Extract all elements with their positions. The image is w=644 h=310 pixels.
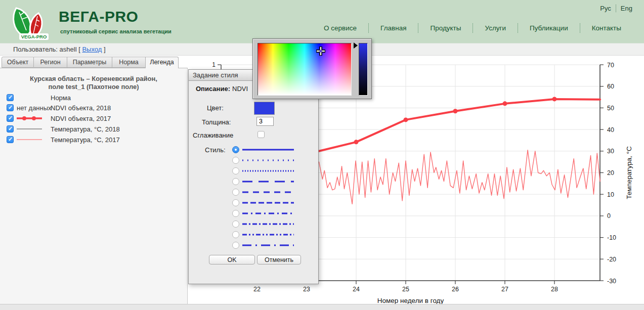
smoothing-label: Сглаживание — [193, 131, 233, 139]
ndvi-2017-line-sample — [16, 115, 42, 121]
legend-checkbox-ndvi-2018[interactable] — [7, 104, 14, 111]
description-label: Описание: — [196, 85, 230, 93]
color-label: Цвет: — [207, 104, 224, 112]
nav-item-publications[interactable]: Публикации — [518, 23, 580, 33]
legend-checkbox-temp-2017[interactable] — [7, 136, 14, 143]
footer-bar — [0, 304, 644, 310]
style-radio-dashdotdot[interactable] — [232, 231, 239, 238]
header: VEGA-PRO ВЕГА-PRO спутниковый сервис ана… — [0, 0, 644, 43]
user-label: Пользователь: — [13, 46, 58, 53]
lang-eng[interactable]: Eng — [617, 5, 636, 12]
svg-text:1: 1 — [212, 61, 216, 68]
style-sample-dash — [241, 190, 295, 195]
style-sample-longdashdot — [241, 243, 295, 248]
legend-item-temp-2017: Температура, °C, 2017 — [0, 136, 187, 144]
logo-text: VEGA-PRO — [21, 34, 47, 39]
color-crosshair-icon[interactable] — [315, 46, 326, 57]
legend-item-norma: Норма — [0, 94, 187, 102]
svg-text:22: 22 — [253, 286, 261, 293]
svg-text:24: 24 — [353, 286, 360, 293]
legend-item-ndvi-2018: нет данных NDVI объекта, 2018 — [0, 104, 187, 112]
ok-button[interactable]: OK — [209, 255, 255, 264]
style-radio-dot-dense[interactable] — [232, 167, 239, 174]
vega-pro-logo: VEGA-PRO — [5, 2, 54, 42]
tab-object[interactable]: Объект — [2, 57, 34, 68]
cancel-button[interactable]: Отменить — [257, 255, 301, 264]
svg-text:60: 60 — [607, 83, 614, 90]
brightness-slider[interactable] — [359, 43, 368, 96]
svg-text:0: 0 — [607, 212, 611, 219]
svg-text:70: 70 — [607, 62, 614, 69]
tab-region[interactable]: Регион — [34, 57, 67, 68]
style-sample-dash-dense — [241, 200, 295, 205]
svg-text:-20: -20 — [607, 256, 616, 263]
temp-2017-line-sample — [16, 137, 42, 143]
main-nav: О сервисе Главная Продукты Услуги Публик… — [312, 23, 633, 33]
temp-2018-line-sample — [16, 126, 42, 132]
legend-item-ndvi-2017: NDVI объекта, 2017 — [0, 114, 187, 122]
svg-text:26: 26 — [452, 286, 459, 293]
style-radio-solid[interactable] — [232, 146, 239, 153]
style-sample-longdash — [241, 179, 295, 184]
svg-text:20: 20 — [607, 169, 614, 176]
legend-checkbox-norma[interactable] — [7, 94, 14, 101]
svg-text:Температура, °C: Температура, °C — [625, 146, 633, 199]
nav-item-products[interactable]: Продукты — [418, 23, 473, 33]
svg-text:40: 40 — [607, 126, 614, 134]
style-sample-dashdot-dense — [241, 222, 295, 227]
legend-checkbox-temp-2018[interactable] — [7, 125, 14, 132]
page-subtitle: спутниковый сервис анализа вегетации — [60, 28, 171, 34]
thickness-input[interactable] — [256, 117, 274, 126]
logout-link[interactable]: Выход — [82, 46, 102, 53]
description-value: NDVI — [232, 85, 248, 93]
hue-saturation-field[interactable] — [257, 43, 352, 96]
lang-switch: РусEng — [596, 5, 636, 12]
style-sample-dot-sparse — [241, 158, 295, 163]
vega-pro-app: 122232425262728706050403020100-10-20-30Н… — [0, 0, 644, 310]
legend-checkbox-ndvi-2017[interactable] — [7, 115, 14, 122]
svg-text:Номер недели в году: Номер недели в году — [377, 297, 444, 304]
nav-item-home[interactable]: Главная — [368, 23, 418, 33]
nav-item-services[interactable]: Услуги — [473, 23, 518, 33]
slider-arrow-icon[interactable] — [354, 42, 358, 49]
svg-text:28: 28 — [551, 286, 558, 293]
nav-item-contacts[interactable]: Контакты — [580, 23, 633, 33]
username: ashell — [60, 46, 77, 53]
tab-legend[interactable]: Легенда — [146, 57, 179, 68]
legend-item-temp-2018: Температура, °C, 2018 — [0, 125, 187, 133]
style-radio-dash[interactable] — [232, 189, 239, 196]
color-swatch[interactable] — [254, 102, 275, 115]
style-dialog: Задание стиля Описание: NDVI Цвет: Толщи… — [188, 69, 319, 284]
color-picker-popup — [252, 38, 372, 99]
legend-title-line1: Курская область – Кореневский район, — [0, 75, 187, 82]
style-radio-dashdot-dense[interactable] — [232, 220, 239, 228]
leaf-green-icon — [14, 8, 31, 36]
style-radio-dashdot[interactable] — [232, 210, 239, 217]
style-radio-longdashdot[interactable] — [232, 242, 239, 249]
svg-text:27: 27 — [501, 286, 508, 293]
svg-text:25: 25 — [402, 286, 409, 293]
style-radio-longdash[interactable] — [232, 178, 239, 185]
style-sample-dashdot — [241, 211, 295, 216]
svg-text:-10: -10 — [607, 234, 616, 241]
style-radio-dot-sparse[interactable] — [232, 157, 239, 164]
legend-panel: Курская область – Кореневский район, пол… — [0, 68, 188, 304]
tab-parameters[interactable]: Параметры — [67, 57, 112, 68]
page-title: ВЕГА-PRO — [59, 8, 138, 25]
tab-bar: Объект Регион Параметры Норма Легенда — [2, 57, 179, 68]
svg-text:-30: -30 — [607, 278, 616, 285]
svg-text:10: 10 — [607, 191, 614, 198]
legend-title-line2: поле test_1 (Пахотное поле) — [0, 83, 187, 91]
svg-text:50: 50 — [607, 105, 614, 112]
style-radio-dash-dense[interactable] — [232, 199, 239, 206]
style-sample-dot-dense — [241, 168, 295, 173]
svg-text:23: 23 — [303, 286, 310, 293]
svg-text:30: 30 — [607, 148, 614, 155]
nav-item-about[interactable]: О сервисе — [312, 23, 368, 33]
style-sample-solid — [241, 147, 295, 152]
style-sample-dashdotdot — [241, 232, 295, 237]
tab-norm[interactable]: Норма — [112, 57, 146, 68]
lang-rus[interactable]: Рус — [596, 5, 615, 12]
smoothing-checkbox[interactable] — [257, 131, 265, 138]
no-data-sample: нет данных — [17, 104, 52, 112]
